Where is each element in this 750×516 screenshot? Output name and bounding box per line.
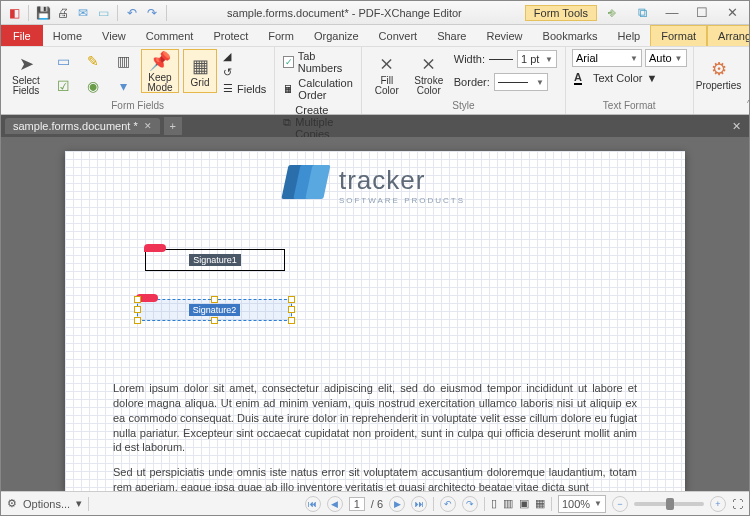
document-tab-bar: sample.forms.document *✕ + ✕ — [1, 115, 749, 137]
prev-page-button[interactable]: ◀ — [327, 496, 343, 512]
zoom-in-button[interactable]: + — [710, 496, 726, 512]
keep-mode-button[interactable]: 📌Keep Mode — [141, 49, 179, 93]
text-color-button[interactable]: A Text Color ▼ — [572, 70, 687, 86]
copies-icon: ⧉ — [283, 116, 291, 129]
tab-close-icon[interactable]: ✕ — [144, 121, 152, 131]
tab-arrange[interactable]: Arrange — [707, 25, 750, 46]
undo-icon[interactable]: ↶ — [123, 4, 141, 22]
fields-panel-button[interactable]: ☰Fields — [221, 81, 268, 96]
reset-icon[interactable]: ↺ — [221, 65, 268, 80]
scan-icon[interactable]: ▭ — [94, 4, 112, 22]
width-combo[interactable]: 1 pt▼ — [517, 50, 557, 68]
radio-field-icon[interactable]: ◉ — [79, 74, 107, 98]
highlight-fields-icon[interactable]: ◢ — [221, 49, 268, 64]
properties-button[interactable]: ⚙Properties — [700, 49, 738, 99]
tab-format[interactable]: Format — [650, 25, 707, 46]
page[interactable]: trackerSOFTWARE PRODUCTS Signature1 Sign… — [65, 151, 685, 491]
layout-facing-icon[interactable]: ▣ — [519, 497, 529, 510]
first-page-button[interactable]: ⏮ — [305, 496, 321, 512]
tab-comment[interactable]: Comment — [136, 25, 204, 46]
grid-button[interactable]: ▦Grid — [183, 49, 217, 93]
tab-bookmarks[interactable]: Bookmarks — [533, 25, 608, 46]
resize-handle[interactable] — [134, 306, 141, 313]
dropdown-field-icon[interactable]: ▾ — [109, 74, 137, 98]
barcode-icon[interactable]: ▥ — [109, 49, 137, 73]
status-bar: ⚙ Options... ▾ ⏮ ◀ 1 / 6 ▶ ⏭ ↶ ↷ ▯ ▥ ▣ ▦… — [1, 491, 749, 515]
fullscreen-icon[interactable]: ⛶ — [732, 498, 743, 510]
document-tab[interactable]: sample.forms.document *✕ — [5, 118, 160, 134]
logo-mark-icon — [285, 165, 331, 205]
redo-icon[interactable]: ↷ — [143, 4, 161, 22]
minimize-button[interactable]: — — [659, 4, 685, 22]
zoom-combo[interactable]: 100%▼ — [558, 495, 606, 513]
chevron-down-icon: ▼ — [647, 72, 658, 84]
document-canvas[interactable]: trackerSOFTWARE PRODUCTS Signature1 Sign… — [1, 137, 749, 491]
new-tab-button[interactable]: + — [164, 117, 182, 135]
resize-handle[interactable] — [288, 306, 295, 313]
tab-home[interactable]: Home — [43, 25, 92, 46]
tab-review[interactable]: Review — [476, 25, 532, 46]
tab-numbers-check[interactable]: ✓Tab Numbers — [281, 49, 354, 75]
select-fields-button[interactable]: ➤Select Fields — [7, 49, 45, 99]
text-field-icon[interactable]: ▭ — [49, 49, 77, 73]
resize-handle[interactable] — [134, 296, 141, 303]
page-input[interactable]: 1 — [349, 497, 365, 511]
signature-field-2-selected[interactable]: Signature2 — [137, 299, 292, 321]
chevron-down-icon[interactable]: ▾ — [76, 497, 82, 510]
mail-icon[interactable]: ✉ — [74, 4, 92, 22]
font-combo[interactable]: Arial▼ — [572, 49, 642, 67]
text-color-icon: A — [574, 71, 582, 85]
save-icon[interactable]: 💾 — [34, 4, 52, 22]
sign-flag-icon — [144, 244, 166, 252]
close-all-icon[interactable]: ✕ — [727, 117, 745, 135]
close-button[interactable]: ✕ — [719, 4, 745, 22]
fontsize-combo[interactable]: Auto▼ — [645, 49, 687, 67]
chevron-down-icon: ▼ — [630, 54, 638, 63]
maximize-button[interactable]: ☐ — [689, 4, 715, 22]
resize-handle[interactable] — [134, 317, 141, 324]
nav-fwd-button[interactable]: ↷ — [462, 496, 478, 512]
resize-handle[interactable] — [211, 296, 218, 303]
print-icon[interactable]: 🖨 — [54, 4, 72, 22]
tab-form[interactable]: Form — [258, 25, 304, 46]
layout-continuous-icon[interactable]: ▥ — [503, 497, 513, 510]
calc-order-button[interactable]: 🖩Calculation Order — [281, 76, 354, 102]
fill-color-button[interactable]: ⨯Fill Color — [368, 49, 406, 99]
tab-share[interactable]: Share — [427, 25, 476, 46]
menu-bar: File Home View Comment Protect Form Orga… — [1, 25, 749, 47]
next-page-button[interactable]: ▶ — [389, 496, 405, 512]
gear-icon[interactable]: ⚙ — [7, 497, 17, 510]
nav-back-button[interactable]: ↶ — [440, 496, 456, 512]
stroke-color-button[interactable]: ⨯Stroke Color — [410, 49, 448, 99]
layout-facing-cont-icon[interactable]: ▦ — [535, 497, 545, 510]
slider-thumb[interactable] — [666, 498, 674, 510]
last-page-button[interactable]: ⏭ — [411, 496, 427, 512]
tab-view[interactable]: View — [92, 25, 136, 46]
ui-options-icon[interactable]: ⧉ — [629, 4, 655, 22]
chevron-down-icon: ▼ — [545, 55, 553, 64]
file-tab[interactable]: File — [1, 25, 43, 46]
form-tools-context-label: Form Tools — [525, 5, 597, 21]
tab-protect[interactable]: Protect — [203, 25, 258, 46]
layout-single-icon[interactable]: ▯ — [491, 497, 497, 510]
tab-convert[interactable]: Convert — [369, 25, 428, 46]
ribbon-collapse-icon[interactable]: ˄ — [746, 99, 750, 112]
resize-handle[interactable] — [211, 317, 218, 324]
create-copies-button[interactable]: ⧉Create Multiple Copies — [281, 103, 354, 141]
field-label: Signature1 — [189, 254, 241, 266]
launch-icon[interactable]: ⎆ — [599, 4, 625, 22]
options-button[interactable]: Options... — [23, 498, 70, 510]
signature-field-icon[interactable]: ✎ — [79, 49, 107, 73]
zoom-out-button[interactable]: − — [612, 496, 628, 512]
border-combo[interactable]: ▼ — [494, 73, 548, 91]
signature-field-1[interactable]: Signature1 — [145, 249, 285, 271]
zoom-slider[interactable] — [634, 502, 704, 506]
checkbox-field-icon[interactable]: ☑ — [49, 74, 77, 98]
resize-handle[interactable] — [288, 296, 295, 303]
resize-handle[interactable] — [288, 317, 295, 324]
group-style: Style — [368, 100, 559, 114]
quick-access-toolbar: ◧ 💾 🖨 ✉ ▭ ↶ ↷ sample.forms.document* - P… — [1, 1, 749, 25]
logo-subtext: SOFTWARE PRODUCTS — [339, 196, 465, 205]
tab-organize[interactable]: Organize — [304, 25, 369, 46]
tab-help[interactable]: Help — [608, 25, 651, 46]
